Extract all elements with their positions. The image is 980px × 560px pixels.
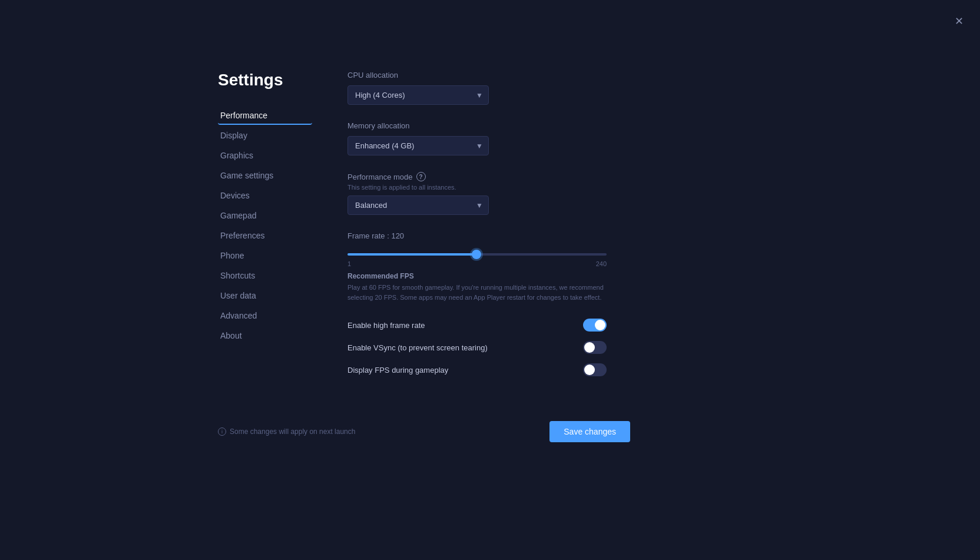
sidebar-item-advanced[interactable]: Advanced xyxy=(218,306,312,325)
memory-allocation-section: Memory allocation Standard (2 GB)Enhance… xyxy=(347,121,630,155)
recommended-fps-title: Recommended FPS xyxy=(347,272,630,280)
slider-max-label: 240 xyxy=(596,260,607,267)
sidebar-item-phone[interactable]: Phone xyxy=(218,246,312,265)
sidebar-item-performance[interactable]: Performance xyxy=(218,106,312,125)
toggle-label-high-frame-rate: Enable high frame rate xyxy=(347,321,425,330)
page-title: Settings xyxy=(218,71,312,90)
sidebar: Settings PerformanceDisplayGraphicsGame … xyxy=(218,71,312,381)
save-changes-button[interactable]: Save changes xyxy=(549,421,630,442)
toggle-label-display-fps: Display FPS during gameplay xyxy=(347,366,448,375)
settings-container: Settings PerformanceDisplayGraphicsGame … xyxy=(218,71,630,381)
performance-mode-section: Performance mode ? This setting is appli… xyxy=(347,172,630,215)
content-panel: CPU allocation Low (1 Core)Medium (2 Cor… xyxy=(347,71,630,381)
help-icon[interactable]: ? xyxy=(416,172,426,181)
toggle-row-high-frame-rate: Enable high frame rate xyxy=(347,314,607,336)
toggle-row-display-fps: Display FPS during gameplay xyxy=(347,359,607,381)
sidebar-nav: PerformanceDisplayGraphicsGame settingsD… xyxy=(218,106,312,345)
cpu-allocation-section: CPU allocation Low (1 Core)Medium (2 Cor… xyxy=(347,71,630,105)
recommended-fps: Recommended FPS Play at 60 FPS for smoot… xyxy=(347,272,630,302)
memory-allocation-wrapper: Standard (2 GB)Enhanced (4 GB)High (8 GB… xyxy=(347,136,489,155)
cpu-allocation-select[interactable]: Low (1 Core)Medium (2 Cores)High (4 Core… xyxy=(347,85,489,105)
apply-note: This setting is applied to all instances… xyxy=(347,184,630,191)
recommended-fps-text: Play at 60 FPS for smooth gameplay. If y… xyxy=(347,283,607,302)
sidebar-item-gamepad[interactable]: Gamepad xyxy=(218,206,312,225)
toggle-high-frame-rate[interactable] xyxy=(583,319,607,332)
cpu-allocation-wrapper: Low (1 Core)Medium (2 Cores)High (4 Core… xyxy=(347,85,489,105)
sidebar-item-preferences[interactable]: Preferences xyxy=(218,226,312,245)
performance-mode-label-row: Performance mode ? xyxy=(347,172,630,181)
toggle-knob-vsync xyxy=(584,342,595,353)
info-icon: i xyxy=(218,428,226,436)
sidebar-item-graphics[interactable]: Graphics xyxy=(218,146,312,165)
toggle-knob-display-fps xyxy=(584,365,595,375)
cpu-allocation-label: CPU allocation xyxy=(347,71,630,79)
toggle-row-vsync: Enable VSync (to prevent screen tearing) xyxy=(347,336,607,359)
sidebar-item-shortcuts[interactable]: Shortcuts xyxy=(218,266,312,285)
sidebar-item-game-settings[interactable]: Game settings xyxy=(218,166,312,185)
sidebar-item-devices[interactable]: Devices xyxy=(218,186,312,205)
frame-rate-title: Frame rate : 120 xyxy=(347,231,630,240)
toggles-section: Enable high frame rateEnable VSync (to p… xyxy=(347,314,630,381)
slider-labels: 1 240 xyxy=(347,260,607,267)
memory-allocation-select[interactable]: Standard (2 GB)Enhanced (4 GB)High (8 GB… xyxy=(347,136,489,155)
frame-rate-slider[interactable] xyxy=(347,253,607,256)
memory-allocation-label: Memory allocation xyxy=(347,121,630,130)
performance-mode-wrapper: Battery saverBalancedHigh performance ▼ xyxy=(347,195,489,215)
close-icon: ✕ xyxy=(955,15,964,28)
close-button[interactable]: ✕ xyxy=(951,13,967,29)
sidebar-item-display[interactable]: Display xyxy=(218,126,312,145)
slider-min-label: 1 xyxy=(347,260,351,267)
sidebar-item-user-data[interactable]: User data xyxy=(218,286,312,305)
toggle-knob-high-frame-rate xyxy=(595,320,605,330)
performance-mode-label: Performance mode xyxy=(347,173,413,181)
toggle-display-fps[interactable] xyxy=(583,363,607,376)
footer-note-text: Some changes will apply on next launch xyxy=(230,428,355,436)
footer: i Some changes will apply on next launch… xyxy=(218,421,630,442)
footer-note: i Some changes will apply on next launch xyxy=(218,428,355,436)
performance-mode-select[interactable]: Battery saverBalancedHigh performance xyxy=(347,195,489,215)
toggle-label-vsync: Enable VSync (to prevent screen tearing) xyxy=(347,343,488,352)
toggle-vsync[interactable] xyxy=(583,341,607,354)
sidebar-item-about[interactable]: About xyxy=(218,326,312,345)
frame-rate-section: Frame rate : 120 1 240 Recommended FPS P… xyxy=(347,231,630,302)
